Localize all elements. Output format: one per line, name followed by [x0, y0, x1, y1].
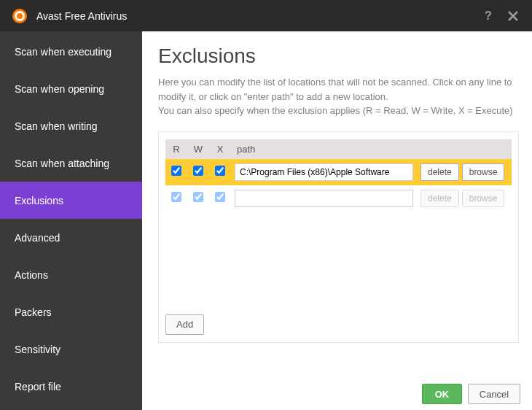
- page-title: Exclusions: [158, 45, 519, 68]
- sidebar-item-label: Exclusions: [15, 195, 63, 206]
- titlebar: Avast Free Antivirus ?: [0, 0, 532, 31]
- sidebar: Scan when executing Scan when opening Sc…: [0, 31, 142, 410]
- column-header-path: path: [231, 139, 417, 159]
- help-button[interactable]: ?: [478, 6, 498, 26]
- main-content: Exclusions Here you can modify the list …: [142, 31, 532, 410]
- sidebar-item-label: Scan when opening: [15, 83, 104, 95]
- table-row[interactable]: delete browse: [165, 159, 512, 185]
- execute-checkbox[interactable]: [215, 166, 225, 176]
- column-header-r: R: [165, 139, 187, 159]
- delete-button[interactable]: delete: [420, 190, 459, 207]
- exclusions-panel: R W X path dele: [158, 131, 519, 343]
- sidebar-item-scan-executing[interactable]: Scan when executing: [0, 33, 142, 70]
- close-button[interactable]: [503, 6, 523, 26]
- app-title: Avast Free Antivirus: [36, 10, 474, 22]
- column-header-w: W: [187, 139, 209, 159]
- sidebar-item-advanced[interactable]: Advanced: [0, 219, 142, 256]
- write-checkbox[interactable]: [193, 192, 203, 202]
- dialog-footer: OK Cancel: [422, 384, 520, 404]
- cancel-button[interactable]: Cancel: [468, 384, 520, 404]
- sidebar-item-label: Sensitivity: [15, 344, 60, 355]
- sidebar-item-label: Scan when writing: [15, 120, 98, 132]
- exclusions-table: R W X path dele: [165, 139, 512, 212]
- sidebar-item-scan-writing[interactable]: Scan when writing: [0, 107, 142, 144]
- sidebar-item-exclusions[interactable]: Exclusions: [0, 182, 142, 219]
- execute-checkbox[interactable]: [215, 192, 225, 202]
- column-header-x: X: [209, 139, 231, 159]
- sidebar-item-scan-opening[interactable]: Scan when opening: [0, 70, 142, 107]
- table-row[interactable]: delete browse: [165, 185, 512, 212]
- sidebar-item-label: Report file: [15, 381, 61, 392]
- sidebar-item-actions[interactable]: Actions: [0, 256, 142, 293]
- sidebar-item-packers[interactable]: Packers: [0, 293, 142, 330]
- sidebar-item-label: Advanced: [15, 232, 60, 244]
- delete-button[interactable]: delete: [420, 163, 459, 181]
- sidebar-item-sensitivity[interactable]: Sensitivity: [0, 330, 142, 368]
- path-input[interactable]: [235, 163, 413, 181]
- browse-button[interactable]: browse: [462, 190, 505, 207]
- sidebar-item-report-file[interactable]: Report file: [0, 368, 142, 405]
- read-checkbox[interactable]: [171, 192, 181, 202]
- svg-point-2: [17, 13, 23, 19]
- browse-button[interactable]: browse: [462, 163, 505, 181]
- path-input[interactable]: [235, 190, 413, 207]
- sidebar-item-scan-attaching[interactable]: Scan when attaching: [0, 144, 142, 182]
- app-logo-icon: [12, 8, 28, 24]
- svg-text:?: ?: [485, 9, 492, 22]
- read-checkbox[interactable]: [171, 166, 181, 176]
- sidebar-item-label: Scan when executing: [15, 46, 112, 58]
- sidebar-item-label: Actions: [15, 269, 48, 281]
- page-description: Here you can modify the list of location…: [158, 75, 515, 118]
- sidebar-item-label: Scan when attaching: [15, 158, 109, 169]
- write-checkbox[interactable]: [193, 166, 203, 176]
- add-button[interactable]: Add: [165, 314, 204, 335]
- sidebar-item-label: Packers: [15, 306, 52, 318]
- ok-button[interactable]: OK: [422, 384, 462, 404]
